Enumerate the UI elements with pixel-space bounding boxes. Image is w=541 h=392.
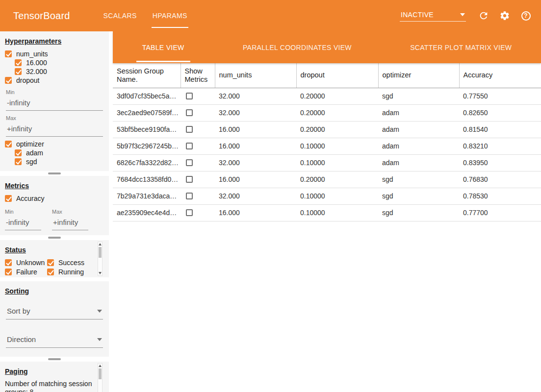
tab-scatter-plot-matrix-view[interactable]: SCATTER PLOT MATRIX VIEW [404, 31, 517, 63]
num-units-16-checkbox[interactable]: 16.000 [15, 58, 104, 67]
chevron-down-icon [97, 310, 102, 313]
show-metrics-checkbox[interactable] [186, 209, 193, 216]
table-row: 3ec2aed9e07589f… 32.000 0.20000 adam 0.8… [113, 104, 541, 121]
tab-table-view[interactable]: TABLE VIEW [136, 31, 190, 63]
status-running-checkbox[interactable]: Running [47, 268, 94, 276]
direction-select[interactable]: Direction [6, 335, 103, 348]
session-group-name-cell: 53bf5bece9190fa… [113, 121, 180, 138]
show-metrics-checkbox[interactable] [186, 176, 193, 183]
accuracy-cell: 0.83950 [459, 154, 541, 171]
tab-parallel-coordinates-view[interactable]: PARALLEL COORDINATES VIEW [237, 31, 358, 63]
hparam-optimizer-label: optimizer [16, 140, 44, 148]
optimizer-adam-checkbox[interactable]: adam [15, 148, 104, 157]
status-unknown-checkbox[interactable]: Unknown [5, 258, 47, 267]
status-heading: Status [5, 246, 104, 254]
accuracy-cell: 0.76830 [459, 171, 541, 188]
show-metrics-checkbox[interactable] [186, 159, 193, 166]
hparam-dropout-label: dropout [16, 76, 39, 84]
run-status-value: INACTIVE [401, 11, 434, 19]
hparam-num-units-label: num_units [16, 50, 48, 58]
tab-scalars[interactable]: SCALARS [96, 0, 145, 31]
help-icon-glyph: ? [521, 11, 531, 21]
sorting-panel: Sorting Sort by Direction [0, 281, 109, 357]
hparam-num-units-checkbox[interactable]: num_units [5, 49, 104, 58]
column-header-show-metrics: Show Metrics [180, 63, 215, 88]
column-header-session-group-name: Session Group Name. [113, 63, 180, 88]
run-status-dropdown[interactable]: INACTIVE [400, 10, 466, 22]
show-metrics-checkbox[interactable] [186, 193, 193, 199]
optimizer-cell: adam [378, 121, 459, 138]
checkbox-checked-icon [5, 141, 12, 147]
session-group-name-cell: 3ec2aed9e07589f… [113, 104, 180, 121]
optimizer-cell: adam [378, 138, 459, 154]
show-metrics-cell [180, 88, 215, 104]
metric-min-input[interactable] [5, 218, 41, 230]
checkbox-checked-icon [5, 269, 12, 275]
num-units-32-checkbox[interactable]: 32.000 [15, 67, 104, 76]
panel-resize-handle[interactable] [48, 172, 61, 174]
direction-value: Direction [7, 335, 36, 343]
show-metrics-checkbox[interactable] [186, 93, 193, 99]
num-units-cell: 16.000 [215, 138, 296, 154]
metrics-heading: Metrics [5, 182, 104, 190]
session-group-name-cell: 7b29a731e3daca… [113, 188, 180, 204]
table-row: 7684dcc13358fd0… 16.000 0.20000 sgd 0.76… [113, 171, 541, 188]
accuracy-cell: 0.81540 [459, 121, 541, 138]
accuracy-cell: 0.77700 [459, 204, 541, 221]
status-scrollbar[interactable] [98, 242, 103, 276]
session-group-name-cell: ae235909ec4e4d… [113, 204, 180, 221]
max-label: Max [52, 209, 88, 215]
gear-icon[interactable] [498, 9, 511, 22]
refresh-icon[interactable] [477, 9, 490, 22]
dropout-cell: 0.10000 [296, 188, 378, 204]
scrollbar-thumb[interactable] [99, 368, 102, 379]
help-icon[interactable]: ? [519, 9, 532, 22]
scroll-up-icon[interactable] [99, 243, 102, 245]
optimizer-adam-label: adam [26, 149, 43, 157]
sort-by-select[interactable]: Sort by [6, 307, 103, 319]
dropout-cell: 0.20000 [296, 171, 378, 188]
checkbox-checked-icon [5, 50, 12, 57]
panel-resize-gap [0, 357, 109, 362]
dropout-cell: 0.10000 [296, 154, 378, 171]
show-metrics-checkbox[interactable] [186, 126, 193, 133]
panel-resize-gap [0, 235, 109, 240]
num-units-cell: 32.000 [215, 154, 296, 171]
scroll-up-icon[interactable] [99, 365, 102, 367]
hparam-dropout-checkbox[interactable]: dropout [5, 76, 104, 85]
column-header-num-units: num_units [215, 63, 296, 88]
metric-accuracy-checkbox[interactable]: Accuracy [5, 194, 104, 203]
metric-max-input[interactable] [52, 218, 88, 230]
optimizer-cell: adam [378, 154, 459, 171]
session-groups-table: Session Group Name. Show Metrics num_uni… [113, 63, 541, 221]
num-units-cell: 16.000 [215, 204, 296, 221]
show-metrics-checkbox[interactable] [186, 109, 193, 116]
scroll-down-icon[interactable] [99, 272, 102, 274]
dropout-max-field: Max [6, 115, 103, 137]
panel-spacer [0, 277, 109, 281]
status-success-checkbox[interactable]: Success [47, 258, 94, 267]
scrollbar-thumb[interactable] [99, 247, 102, 258]
show-metrics-checkbox[interactable] [186, 143, 193, 149]
panel-resize-handle[interactable] [48, 358, 61, 360]
optimizer-sgd-label: sgd [26, 158, 37, 166]
dropout-max-input[interactable] [6, 124, 103, 137]
dropout-cell: 0.20000 [296, 88, 378, 104]
main-content: TABLE VIEW PARALLEL COORDINATES VIEW SCA… [113, 31, 541, 392]
checkbox-checked-icon [5, 259, 12, 266]
optimizer-sgd-checkbox[interactable]: sgd [15, 157, 104, 166]
metric-minmax-row: Min Max [5, 209, 104, 230]
num-units-32-label: 32.000 [26, 68, 47, 75]
status-unknown-label: Unknown [16, 259, 45, 267]
status-failure-checkbox[interactable]: Failure [5, 268, 47, 276]
top-nav-tabs: SCALARS HPARAMS [96, 0, 195, 31]
hyperparameters-heading: Hyperparameters [5, 37, 104, 45]
optimizer-cell: sgd [378, 188, 459, 204]
column-header-optimizer: optimizer [378, 63, 459, 88]
tab-hparams[interactable]: HPARAMS [145, 0, 195, 31]
min-label: Min [6, 89, 103, 95]
hparam-optimizer-checkbox[interactable]: optimizer [5, 140, 104, 148]
panel-resize-handle[interactable] [48, 237, 61, 239]
paging-scrollbar[interactable] [98, 363, 103, 392]
dropout-min-input[interactable] [6, 98, 103, 111]
